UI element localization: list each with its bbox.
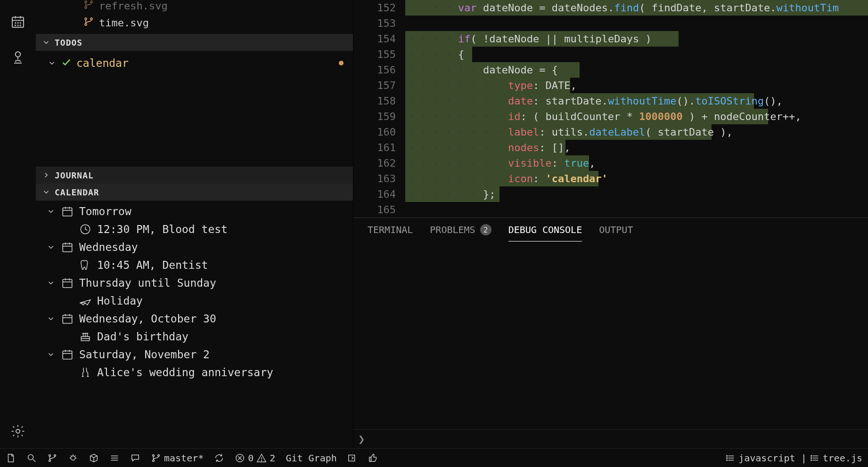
arrow-right-box-icon[interactable] bbox=[347, 453, 358, 463]
svg-point-14 bbox=[90, 1, 92, 3]
chevron-down-icon bbox=[47, 58, 57, 68]
calendar-event-row[interactable]: 10:45 AM, Dentist bbox=[36, 256, 353, 274]
calendar-icon bbox=[61, 313, 74, 325]
package-icon[interactable] bbox=[89, 453, 99, 463]
panel-tab-output[interactable]: OUTPUT bbox=[599, 218, 633, 242]
calendar-day-row[interactable]: Tomorrow bbox=[36, 202, 353, 220]
calendar-event-row[interactable]: Holiday bbox=[36, 292, 353, 310]
calendar-event-row[interactable]: 12:30 PM, Blood test bbox=[36, 220, 353, 238]
svg-point-89 bbox=[811, 459, 811, 460]
debug-console-input[interactable]: ❯ bbox=[353, 429, 868, 448]
svg-point-58 bbox=[49, 459, 51, 461]
panel-tab-label: PROBLEMS bbox=[430, 224, 475, 235]
panel-tab-debug[interactable]: DEBUG CONSOLE bbox=[508, 218, 582, 242]
settings-gear-icon[interactable] bbox=[10, 424, 25, 439]
panel-tab-label: TERMINAL bbox=[368, 224, 413, 235]
status-gitgraph[interactable]: Git Graph bbox=[286, 452, 336, 464]
calendar-day-row[interactable]: Wednesday bbox=[36, 238, 353, 256]
sync-icon[interactable] bbox=[214, 453, 224, 463]
list-icon bbox=[725, 453, 736, 463]
thumbs-up-icon[interactable] bbox=[368, 453, 378, 463]
bug-icon[interactable] bbox=[68, 453, 78, 463]
file-name: refresh.svg bbox=[99, 0, 168, 12]
file-tree: refresh.svg time.svg trash.svg bbox=[36, 0, 353, 34]
status-language[interactable]: javascript | tree.js bbox=[725, 452, 862, 464]
svg-point-54 bbox=[28, 454, 33, 459]
problems-badge: 2 bbox=[480, 224, 491, 235]
calendar-icon bbox=[61, 205, 74, 217]
search-icon[interactable] bbox=[26, 453, 37, 463]
calendar-view-icon[interactable] bbox=[10, 14, 25, 29]
file-label: tree.js bbox=[823, 452, 862, 464]
status-branch[interactable]: master* bbox=[151, 452, 204, 464]
svg-rect-48 bbox=[63, 351, 72, 359]
list-icon[interactable] bbox=[109, 453, 120, 463]
svg-point-4 bbox=[15, 23, 16, 23]
svg-rect-31 bbox=[63, 279, 72, 287]
section-header-journal[interactable]: JOURNAL bbox=[36, 167, 353, 184]
svg-point-88 bbox=[811, 458, 811, 459]
svg-point-47 bbox=[87, 333, 88, 334]
champagne-icon bbox=[79, 366, 91, 378]
chevron-down-icon bbox=[41, 38, 51, 47]
code-editor[interactable]: 1521531541551561571581591601611621631641… bbox=[353, 0, 868, 217]
todo-row-calendar[interactable]: calendar bbox=[36, 54, 353, 72]
svg-rect-22 bbox=[63, 208, 72, 216]
svg-point-17 bbox=[90, 18, 92, 20]
tree-view-icon[interactable] bbox=[10, 50, 25, 65]
svg-line-63 bbox=[71, 455, 72, 456]
section-title: TODOS bbox=[55, 38, 82, 48]
code-content[interactable]: · · · · var dateNode = dateNodes.find( f… bbox=[405, 0, 868, 217]
calendar-event-row[interactable]: Alice's wedding anniversary bbox=[36, 363, 353, 381]
dirty-dot-icon bbox=[339, 61, 344, 65]
calendar-day-row[interactable]: Thursday until Sunday bbox=[36, 274, 353, 292]
svg-rect-77 bbox=[369, 457, 371, 461]
list-icon bbox=[810, 453, 820, 463]
git-branch-icon[interactable] bbox=[47, 453, 57, 463]
panel-tabs: TERMINALPROBLEMS2DEBUG CONSOLEOUTPUT bbox=[353, 218, 868, 242]
section-title: JOURNAL bbox=[55, 170, 94, 180]
svg-point-6 bbox=[20, 23, 21, 23]
svg-point-10 bbox=[16, 52, 21, 57]
calendar-event-label: Alice's wedding anniversary bbox=[97, 366, 273, 378]
calendar-day-row[interactable]: Wednesday, October 30 bbox=[36, 310, 353, 328]
bottom-panel: TERMINALPROBLEMS2DEBUG CONSOLEOUTPUT ❯ bbox=[353, 217, 868, 448]
svg-point-8 bbox=[17, 25, 18, 25]
tooth-icon bbox=[79, 259, 91, 271]
svg-point-70 bbox=[153, 459, 155, 461]
svg-point-75 bbox=[262, 460, 262, 461]
status-errors-warnings[interactable]: 0 2 bbox=[235, 452, 275, 464]
panel-tab-problems[interactable]: PROBLEMS2 bbox=[430, 218, 491, 242]
file-row[interactable]: trash.svg bbox=[83, 31, 353, 34]
file-row[interactable]: refresh.svg bbox=[83, 0, 353, 14]
file-icon[interactable] bbox=[6, 453, 16, 463]
svg-point-46 bbox=[85, 333, 86, 334]
svg-point-13 bbox=[85, 1, 87, 3]
activity-bar bbox=[0, 0, 36, 448]
svg-line-55 bbox=[33, 459, 36, 462]
panel-tab-label: OUTPUT bbox=[599, 224, 633, 235]
svg-point-56 bbox=[49, 454, 51, 456]
chevron-down-icon bbox=[46, 314, 56, 323]
calendar-event-row[interactable]: Dad's birthday bbox=[36, 328, 353, 346]
calendar-day-label: Wednesday bbox=[79, 241, 138, 253]
calendar-day-label: Wednesday, October 30 bbox=[79, 313, 216, 325]
panel-tab-terminal[interactable]: TERMINAL bbox=[368, 218, 413, 242]
todo-label: calendar bbox=[76, 57, 129, 69]
line-number-gutter: 1521531541551561571581591601611621631641… bbox=[353, 0, 405, 217]
status-bar: master* 0 2 Git Graph javascript | tree.… bbox=[0, 448, 868, 467]
section-header-todos[interactable]: TODOS bbox=[36, 34, 353, 51]
svg-point-68 bbox=[153, 454, 155, 456]
calendar-event-label: 12:30 PM, Blood test bbox=[97, 223, 228, 235]
section-header-calendar[interactable]: CALENDAR bbox=[36, 184, 353, 201]
svg-point-81 bbox=[727, 455, 728, 456]
calendar-day-row[interactable]: Saturday, November 2 bbox=[36, 346, 353, 363]
comment-icon[interactable] bbox=[130, 453, 140, 463]
file-row[interactable]: time.svg bbox=[83, 14, 353, 31]
debug-console-body[interactable] bbox=[353, 242, 868, 429]
clock-icon bbox=[79, 223, 91, 235]
editor-area: 1521531541551561571581591601611621631641… bbox=[353, 0, 868, 448]
chevron-down-icon bbox=[46, 242, 56, 252]
calendar-day-label: Saturday, November 2 bbox=[79, 348, 210, 361]
svg-point-83 bbox=[727, 459, 728, 460]
